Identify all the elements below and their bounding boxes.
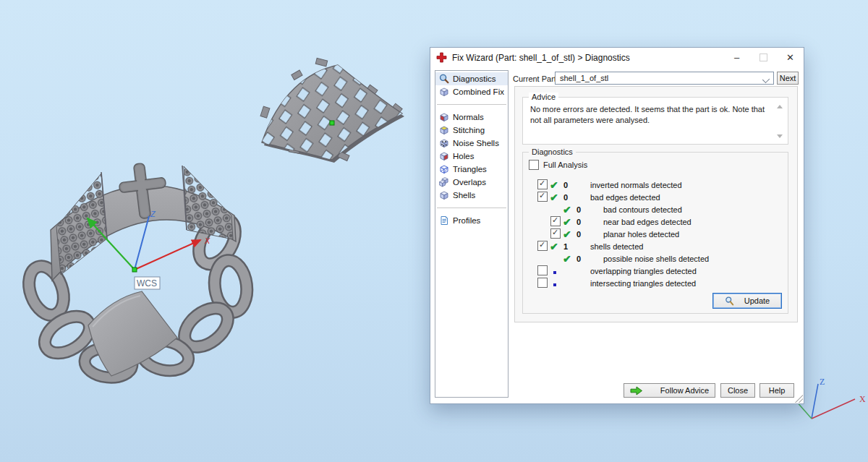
diagnostic-label: shells detected — [590, 242, 643, 251]
diagnostics-group-title: Diagnostics — [529, 147, 576, 156]
sidebar-item-overlaps[interactable]: Overlaps — [435, 176, 508, 189]
diagnostic-label: bad contours detected — [603, 205, 682, 214]
check-icon: ✔ — [563, 254, 576, 264]
wcs-z-label: Z — [150, 210, 156, 218]
diagnostic-label: possible noise shells detected — [603, 254, 709, 263]
diagnostic-row: ✔ 0 possible noise shells detected — [529, 252, 782, 265]
cube-double-icon — [439, 177, 449, 187]
corner-x-label: X — [859, 394, 866, 404]
sidebar-item-triangles[interactable]: Triangles — [435, 163, 508, 176]
wcs-origin-point — [132, 268, 137, 272]
diagnostic-row: ✔ 0 inverted normals detected — [529, 179, 782, 191]
advice-text: No more errors are detected. It seems th… — [530, 104, 766, 127]
check-icon: ✔ — [563, 229, 576, 239]
diagnostic-row: overlapping triangles detected — [529, 265, 782, 277]
diagnostic-checkbox[interactable] — [537, 192, 548, 202]
diagnostic-count: 0 — [576, 218, 603, 226]
update-button[interactable]: Update — [712, 293, 782, 309]
scroll-down-icon[interactable] — [777, 134, 783, 138]
current-part-label: Current Part: — [513, 74, 558, 83]
cube-wire-icon — [439, 164, 449, 174]
advice-group-title: Advice — [529, 93, 558, 101]
chevron-down-icon — [762, 76, 770, 83]
diagnostic-label: planar holes detected — [603, 230, 679, 239]
dialog-titlebar[interactable]: Fix Wizard (Part: shell_1_of_stl) > Diag… — [430, 48, 804, 67]
cube-dots-icon — [439, 138, 449, 148]
document-icon — [439, 215, 449, 226]
fix-wizard-dialog: Fix Wizard (Part: shell_1_of_stl) > Diag… — [430, 47, 804, 404]
dot-icon — [550, 267, 563, 275]
sidebar-item-profiles[interactable]: Profiles — [435, 214, 508, 227]
full-analysis-checkbox[interactable] — [529, 160, 539, 170]
diagnostic-label: overlapping triangles detected — [590, 267, 697, 275]
diagnostic-checkbox[interactable] — [550, 228, 561, 239]
diagnostic-row: ✔ 1 shells detected — [529, 240, 782, 252]
diagnostic-row: ✔ 0 near bad edges detected — [529, 215, 782, 228]
diagnostic-row: intersecting triangles detected — [529, 277, 782, 289]
maximize-button — [750, 48, 777, 67]
check-icon: ✔ — [550, 192, 563, 202]
sidebar-item-diagnostics[interactable]: Diagnostics — [435, 72, 508, 85]
minimize-button[interactable]: – — [723, 48, 750, 67]
diagnostic-count: 0 — [576, 205, 603, 214]
dot-icon — [550, 279, 563, 288]
diagnostics-rows: ✔ 0 inverted normals detected ✔ 0 bad ed… — [529, 179, 782, 289]
diagnostic-row: ✔ 0 bad contours detected — [529, 203, 782, 215]
diagnostic-checkbox[interactable] — [550, 216, 561, 226]
sidebar-item-noise-shells[interactable]: Noise Shells — [435, 137, 508, 150]
sidebar-separator — [437, 104, 506, 105]
help-button[interactable]: Help — [760, 383, 794, 398]
diagnostic-label: intersecting triangles detected — [590, 279, 696, 288]
follow-advice-label: Follow Advice — [660, 386, 709, 395]
advice-group: Advice No more errors are detected. It s… — [522, 97, 788, 145]
lattice-patch-model — [253, 58, 412, 166]
sidebar-item-stitching[interactable]: Stitching — [435, 124, 508, 137]
current-part-value: shell_1_of_stl — [560, 74, 608, 82]
diagnostic-label: inverted normals detected — [590, 181, 682, 189]
check-icon: ✔ — [563, 217, 576, 227]
next-button[interactable]: Next — [777, 72, 799, 85]
diagnostic-count: 0 — [563, 193, 590, 202]
diagnostic-count: 0 — [576, 254, 603, 263]
cube-red-side-icon — [439, 151, 449, 161]
current-part-select[interactable]: shell_1_of_stl — [555, 72, 774, 85]
cube-icon — [439, 190, 449, 200]
diagnostic-checkbox[interactable] — [537, 179, 548, 189]
check-icon: ✔ — [563, 205, 576, 215]
cube-red-front-icon — [439, 112, 449, 122]
corner-z-label: Z — [820, 377, 825, 387]
diagnostic-count: 0 — [563, 181, 590, 189]
diagnostics-panel: Advice No more errors are detected. It s… — [514, 86, 798, 322]
diagnostic-checkbox[interactable] — [537, 265, 548, 275]
diagnostic-label: near bad edges detected — [603, 218, 692, 226]
sidebar-separator — [437, 208, 506, 208]
check-icon: ✔ — [550, 180, 563, 190]
cube-icon — [439, 87, 449, 97]
patch-marker-point — [330, 121, 334, 125]
magnifier-icon — [439, 74, 449, 84]
close-button[interactable]: Close — [720, 383, 755, 398]
fix-wizard-icon — [436, 52, 447, 63]
diagnostic-checkbox[interactable] — [537, 241, 548, 251]
scroll-up-icon[interactable] — [777, 105, 783, 108]
diagnostics-group: Diagnostics Full Analysis ✔ 0 inverted n… — [522, 152, 788, 314]
close-button-titlebar[interactable]: ✕ — [777, 48, 804, 67]
dialog-title: Fix Wizard (Part: shell_1_of_stl) > Diag… — [452, 53, 723, 63]
full-analysis-label: Full Analysis — [543, 161, 587, 169]
sidebar-item-normals[interactable]: Normals — [435, 111, 508, 124]
sidebar: Diagnostics Combined Fix Normals Stitchi… — [435, 70, 509, 398]
green-arrow-icon — [630, 386, 643, 395]
sidebar-item-holes[interactable]: Holes — [435, 150, 508, 163]
diagnostic-count: 1 — [563, 242, 590, 251]
wcs-label: WCS — [137, 278, 157, 288]
check-icon: ✔ — [550, 241, 563, 252]
sidebar-item-shells[interactable]: Shells — [435, 189, 508, 202]
diagnostic-row: ✔ 0 planar holes detected — [529, 228, 782, 240]
follow-advice-button[interactable]: Follow Advice — [624, 383, 715, 398]
diagnostic-label: bad edges detected — [590, 193, 660, 202]
sidebar-item-combined-fix[interactable]: Combined Fix — [435, 85, 508, 98]
update-button-label: Update — [744, 296, 770, 305]
magnifier-icon — [725, 296, 734, 306]
diagnostic-checkbox[interactable] — [537, 278, 548, 288]
wcs-x-label: X — [204, 236, 210, 245]
